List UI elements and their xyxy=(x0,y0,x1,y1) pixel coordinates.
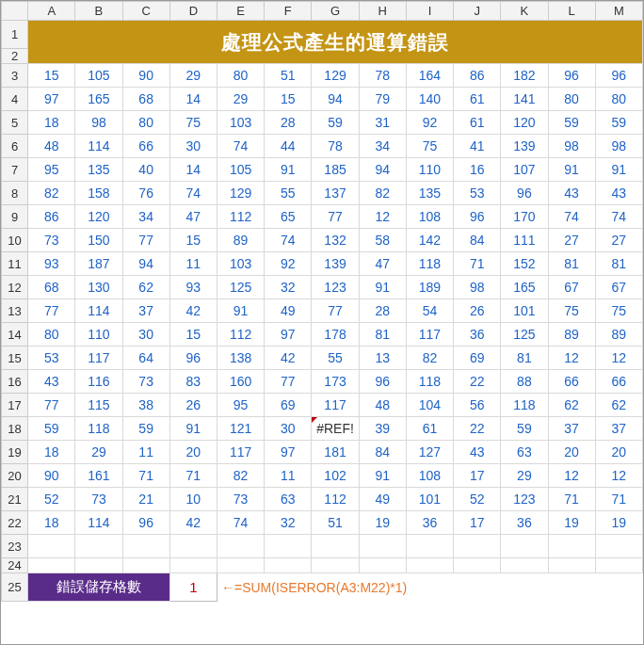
cell-G20[interactable]: 102 xyxy=(312,464,359,488)
cell-B20[interactable]: 161 xyxy=(75,464,122,488)
cell-K15[interactable]: 81 xyxy=(501,347,548,370)
cell-M18[interactable]: 37 xyxy=(595,417,642,441)
row-header-22[interactable]: 22 xyxy=(2,511,28,535)
cell-A15[interactable]: 53 xyxy=(28,347,75,370)
cell-G7[interactable]: 185 xyxy=(312,158,359,182)
cell-K13[interactable]: 101 xyxy=(501,299,548,323)
row-header-10[interactable]: 10 xyxy=(2,229,28,252)
row-header-16[interactable]: 16 xyxy=(2,370,28,394)
cell-B13[interactable]: 114 xyxy=(75,299,122,323)
cell-K4[interactable]: 141 xyxy=(501,88,548,111)
cell-B15[interactable]: 117 xyxy=(75,347,122,370)
row-header-11[interactable]: 11 xyxy=(2,252,28,276)
cell-H3[interactable]: 78 xyxy=(359,64,406,88)
cell-K5[interactable]: 120 xyxy=(501,111,548,135)
cell-C3[interactable]: 90 xyxy=(122,64,169,88)
row-header-15[interactable]: 15 xyxy=(2,347,28,370)
cell-L17[interactable]: 62 xyxy=(548,394,595,417)
cell-M22[interactable]: 19 xyxy=(595,511,642,535)
cell-F17[interactable]: 69 xyxy=(265,394,312,417)
cell-E18[interactable]: 121 xyxy=(217,417,264,441)
cell-L5[interactable]: 59 xyxy=(548,111,595,135)
cell-I21[interactable]: 101 xyxy=(406,488,453,511)
cell-D20[interactable]: 71 xyxy=(169,464,217,488)
cell-E8[interactable]: 129 xyxy=(217,182,264,205)
cell-H9[interactable]: 12 xyxy=(359,205,406,229)
cell-J3[interactable]: 86 xyxy=(454,64,501,88)
cell-G15[interactable]: 55 xyxy=(312,347,359,370)
cell-F12[interactable]: 32 xyxy=(265,276,312,299)
cell-M10[interactable]: 27 xyxy=(595,229,642,252)
cell-F16[interactable]: 77 xyxy=(265,370,312,394)
cell-H19[interactable]: 84 xyxy=(359,441,406,464)
cell-L9[interactable]: 74 xyxy=(548,205,595,229)
cell-M17[interactable]: 62 xyxy=(595,394,642,417)
cell-A17[interactable]: 77 xyxy=(28,394,75,417)
cell-C20[interactable]: 71 xyxy=(122,464,169,488)
cell-F5[interactable]: 28 xyxy=(265,111,312,135)
cell-M8[interactable]: 43 xyxy=(595,182,642,205)
cell-I5[interactable]: 92 xyxy=(406,111,453,135)
cell-M4[interactable]: 80 xyxy=(595,88,642,111)
cell-B6[interactable]: 114 xyxy=(75,135,122,158)
row-header-23[interactable]: 23 xyxy=(2,535,28,558)
cell-B19[interactable]: 29 xyxy=(75,441,122,464)
cell-C14[interactable]: 30 xyxy=(122,323,169,347)
cell-K18[interactable]: 59 xyxy=(501,417,548,441)
cell-B10[interactable]: 150 xyxy=(75,229,122,252)
row-header-14[interactable]: 14 xyxy=(2,323,28,347)
column-header-B[interactable]: B xyxy=(75,2,122,21)
cell-G6[interactable]: 78 xyxy=(312,135,359,158)
cell-J23[interactable] xyxy=(454,535,501,558)
cell-A16[interactable]: 43 xyxy=(28,370,75,394)
cell-B8[interactable]: 158 xyxy=(75,182,122,205)
cell-A24[interactable] xyxy=(28,558,75,573)
cell-H23[interactable] xyxy=(359,535,406,558)
cell-L24[interactable] xyxy=(548,558,595,573)
cell-G3[interactable]: 129 xyxy=(312,64,359,88)
cell-E20[interactable]: 82 xyxy=(217,464,264,488)
cell-I4[interactable]: 140 xyxy=(406,88,453,111)
row-header-5[interactable]: 5 xyxy=(2,111,28,135)
cell-C16[interactable]: 73 xyxy=(122,370,169,394)
cell-A22[interactable]: 18 xyxy=(28,511,75,535)
cell-L23[interactable] xyxy=(548,535,595,558)
cell-M24[interactable] xyxy=(595,558,642,573)
cell-G8[interactable]: 137 xyxy=(312,182,359,205)
cell-F14[interactable]: 97 xyxy=(265,323,312,347)
cell-C10[interactable]: 77 xyxy=(122,229,169,252)
cell-H14[interactable]: 81 xyxy=(359,323,406,347)
cell-G10[interactable]: 132 xyxy=(312,229,359,252)
cell-I3[interactable]: 164 xyxy=(406,64,453,88)
cell-E7[interactable]: 105 xyxy=(217,158,264,182)
cell-M3[interactable]: 96 xyxy=(595,64,642,88)
row-header-1[interactable]: 1 xyxy=(2,21,28,49)
row-header-12[interactable]: 12 xyxy=(2,276,28,299)
cell-J22[interactable]: 17 xyxy=(454,511,501,535)
cell-F20[interactable]: 11 xyxy=(265,464,312,488)
cell-I16[interactable]: 118 xyxy=(406,370,453,394)
cell-D16[interactable]: 83 xyxy=(169,370,217,394)
cell-J15[interactable]: 69 xyxy=(454,347,501,370)
column-header-A[interactable]: A xyxy=(28,2,75,21)
row-header-9[interactable]: 9 xyxy=(2,205,28,229)
cell-H24[interactable] xyxy=(359,558,406,573)
cell-J8[interactable]: 53 xyxy=(454,182,501,205)
cell-B7[interactable]: 135 xyxy=(75,158,122,182)
spreadsheet-viewport[interactable]: ABCDEFGHIJKLM 1處理公式產生的運算錯誤23151059029805… xyxy=(0,0,644,645)
cell-D10[interactable]: 15 xyxy=(169,229,217,252)
cell-K11[interactable]: 152 xyxy=(501,252,548,276)
cell-E10[interactable]: 89 xyxy=(217,229,264,252)
cell-A11[interactable]: 93 xyxy=(28,252,75,276)
cell-I15[interactable]: 82 xyxy=(406,347,453,370)
cell-D23[interactable] xyxy=(169,535,217,558)
cell-J4[interactable]: 61 xyxy=(454,88,501,111)
cell-D19[interactable]: 20 xyxy=(169,441,217,464)
cell-J21[interactable]: 52 xyxy=(454,488,501,511)
cell-M21[interactable]: 71 xyxy=(595,488,642,511)
cell-I17[interactable]: 104 xyxy=(406,394,453,417)
cell-K10[interactable]: 111 xyxy=(501,229,548,252)
cell-I19[interactable]: 127 xyxy=(406,441,453,464)
cell-L10[interactable]: 27 xyxy=(548,229,595,252)
cell-E22[interactable]: 74 xyxy=(217,511,264,535)
